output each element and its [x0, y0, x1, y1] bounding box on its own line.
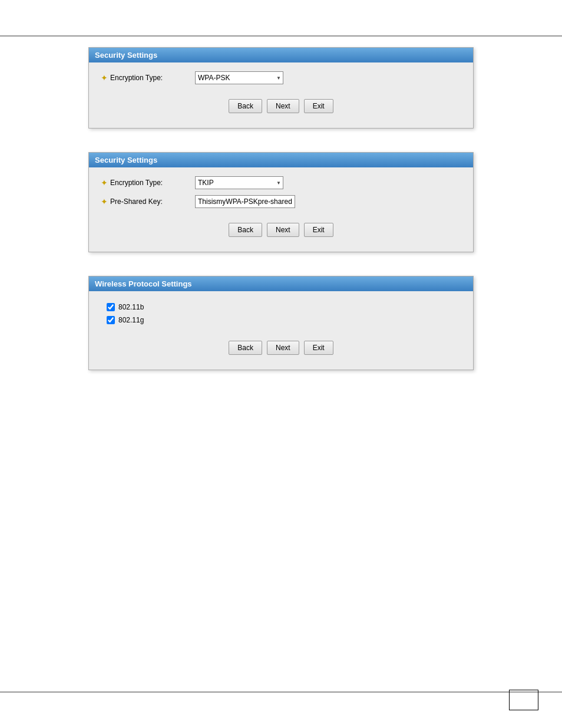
panel1-encryption-row: ✦ Encryption Type: WPA-PSK WEP WPA2-PSK …: [101, 71, 461, 84]
panel3-next-button[interactable]: Next: [267, 341, 299, 355]
panel1-button-row: Back Next Exit: [101, 90, 461, 119]
panel3-back-button[interactable]: Back: [229, 341, 262, 355]
panel1-exit-button[interactable]: Exit: [304, 99, 333, 113]
security-settings-panel-2: Security Settings ✦ Encryption Type: TKI…: [88, 152, 474, 252]
panel2-title: Security Settings: [95, 156, 157, 164]
panel1-title: Security Settings: [95, 51, 157, 60]
page-bottom-border: [0, 691, 562, 693]
security-settings-panel-1: Security Settings ✦ Encryption Type: WPA…: [88, 47, 474, 129]
panel1-title-bar: Security Settings: [89, 48, 473, 62]
panel2-next-button[interactable]: Next: [267, 223, 299, 237]
panel2-star-icon-1: ✦: [101, 178, 108, 187]
content-area: Security Settings ✦ Encryption Type: WPA…: [0, 47, 562, 394]
panel2-exit-button[interactable]: Exit: [304, 223, 333, 237]
panel2-encryption-select[interactable]: TKIP AES TKIP+AES: [195, 176, 283, 189]
page-top-border: [0, 35, 562, 37]
panel3-80211b-checkbox[interactable]: [107, 303, 115, 311]
panel2-encryption-row: ✦ Encryption Type: TKIP AES TKIP+AES: [101, 176, 461, 189]
panel3-title-bar: Wireless Protocol Settings: [89, 276, 473, 291]
panel3-title: Wireless Protocol Settings: [95, 279, 192, 288]
panel1-encryption-control: WPA-PSK WEP WPA2-PSK None: [195, 71, 283, 84]
panel3-80211g-checkbox[interactable]: [107, 316, 115, 324]
panel3-button-row: Back Next Exit: [101, 332, 461, 361]
panel1-star-icon: ✦: [101, 73, 108, 83]
panel1-encryption-select-wrapper[interactable]: WPA-PSK WEP WPA2-PSK None: [195, 71, 283, 84]
panel2-psk-row: ✦ Pre-Shared Key:: [101, 195, 461, 208]
panel3-80211g-row: 802.11g: [107, 316, 461, 324]
panel1-back-button[interactable]: Back: [229, 99, 262, 113]
panel2-star-icon-2: ✦: [101, 197, 108, 206]
panel3-exit-button[interactable]: Exit: [304, 341, 333, 355]
panel1-body: ✦ Encryption Type: WPA-PSK WEP WPA2-PSK …: [89, 62, 473, 128]
panel1-next-button[interactable]: Next: [267, 99, 299, 113]
page-number-box: [509, 690, 538, 710]
panel2-psk-label: ✦ Pre-Shared Key:: [101, 197, 195, 206]
panel3-body: 802.11b 802.11g Back Next Exit: [89, 291, 473, 370]
panel2-title-bar: Security Settings: [89, 153, 473, 167]
panel2-encryption-select-wrapper[interactable]: TKIP AES TKIP+AES: [195, 176, 283, 189]
panel2-body: ✦ Encryption Type: TKIP AES TKIP+AES ✦: [89, 167, 473, 252]
panel2-button-row: Back Next Exit: [101, 214, 461, 243]
panel1-encryption-label: ✦ Encryption Type:: [101, 73, 195, 83]
panel3-80211g-label: 802.11g: [118, 316, 144, 324]
panel2-encryption-control: TKIP AES TKIP+AES: [195, 176, 283, 189]
panel3-checkbox-group: 802.11b 802.11g: [107, 300, 461, 332]
panel2-back-button[interactable]: Back: [229, 223, 262, 237]
panel2-psk-input[interactable]: [195, 195, 295, 208]
wireless-protocol-panel: Wireless Protocol Settings 802.11b 802.1…: [88, 276, 474, 370]
panel2-encryption-label: ✦ Encryption Type:: [101, 178, 195, 187]
panel2-psk-control: [195, 195, 295, 208]
panel1-encryption-select[interactable]: WPA-PSK WEP WPA2-PSK None: [195, 71, 283, 84]
panel3-80211b-label: 802.11b: [118, 303, 144, 311]
panel3-80211b-row: 802.11b: [107, 303, 461, 311]
